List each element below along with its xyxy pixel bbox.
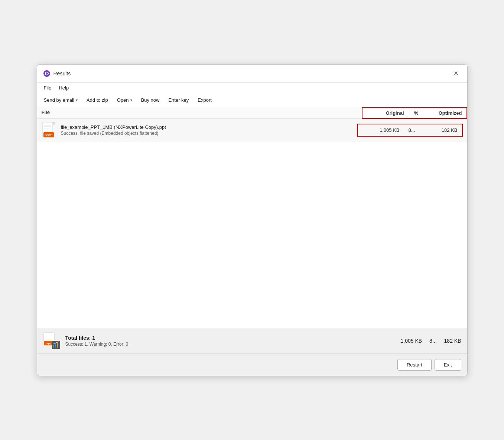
title-bar: Results ✕ [37,65,467,83]
enter-key-button[interactable]: Enter key [165,95,192,105]
file-numbers: 1,005 KB 8... 182 KB [357,124,463,137]
file-status: Success, file saved (Embedded objects fl… [61,131,166,136]
svg-text:PPT: PPT [45,133,52,137]
open-label: Open [117,97,129,103]
svg-rect-6 [44,126,51,127]
toolbar: Send by email ▾ Add to zip Open ▾ Buy no… [37,93,467,107]
svg-rect-16 [57,342,58,348]
send-by-email-arrow: ▾ [76,98,78,102]
add-to-zip-button[interactable]: Add to zip [83,95,112,105]
open-button[interactable]: Open ▾ [113,95,136,105]
footer: Restart Exit [37,353,467,376]
menu-bar: File Help [37,83,467,93]
add-to-zip-label: Add to zip [87,97,108,103]
file-icon-wrapper: PPT [42,122,56,139]
col-header-optimized: Optimized [426,108,466,118]
svg-rect-15 [55,343,56,348]
main-window: Results ✕ File Help Send by email ▾ Add … [37,64,468,376]
table-header: File Original % Optimized [37,107,467,119]
close-button[interactable]: ✕ [451,68,461,79]
buy-now-button[interactable]: Buy now [137,95,163,105]
restart-button[interactable]: Restart [397,359,432,371]
menu-file[interactable]: File [40,84,55,92]
menu-help[interactable]: Help [55,84,72,92]
empty-content-area [37,142,467,328]
status-info: Total files: 1 Success: 1, Warning: 0, E… [65,335,396,347]
svg-rect-5 [53,122,55,124]
status-original: 1,005 KB [400,338,422,344]
window-title: Results [53,71,71,76]
col-header-percent: % [407,108,426,118]
ppt-file-icon: PPT [42,122,56,138]
enter-key-label: Enter key [168,97,189,103]
svg-point-2 [46,72,48,75]
svg-text:PPT: PPT [46,342,52,345]
status-icon: PPT [43,332,61,350]
file-percent: 8... [403,124,421,136]
svg-rect-14 [53,345,54,348]
title-bar-left: Results [43,70,71,77]
send-by-email-label: Send by email [44,97,74,103]
app-icon [43,70,51,77]
col-header-file: File [37,107,362,119]
export-button[interactable]: Export [194,95,215,105]
status-numbers: 1,005 KB 8... 182 KB [400,338,461,344]
status-bar: PPT Total files: 1 Success: 1, Warning: … [37,328,467,353]
header-bordered-cols: Original % Optimized [362,107,467,119]
file-details: file_example_PPT_1MB (NXPowerLite Copy).… [61,124,166,136]
file-optimized-size: 182 KB [421,124,462,136]
table-row: PPT file_example_PPT_1MB (NXPowerLite Co… [37,119,467,142]
file-name: file_example_PPT_1MB (NXPowerLite Copy).… [61,124,166,130]
send-by-email-button[interactable]: Send by email ▾ [40,95,81,105]
status-detail: Success: 1, Warning: 0, Error: 0 [65,342,396,347]
file-original-size: 1,005 KB [358,124,403,136]
buy-now-label: Buy now [141,97,160,103]
file-info: PPT file_example_PPT_1MB (NXPowerLite Co… [42,122,357,139]
exit-button[interactable]: Exit [435,359,461,371]
status-optimized: 182 KB [444,338,461,344]
open-arrow: ▾ [130,98,132,102]
col-header-original: Original [362,108,407,118]
status-total: Total files: 1 [65,335,396,341]
export-label: Export [198,97,212,103]
svg-rect-7 [44,128,50,128]
status-percent: 8... [429,338,436,344]
